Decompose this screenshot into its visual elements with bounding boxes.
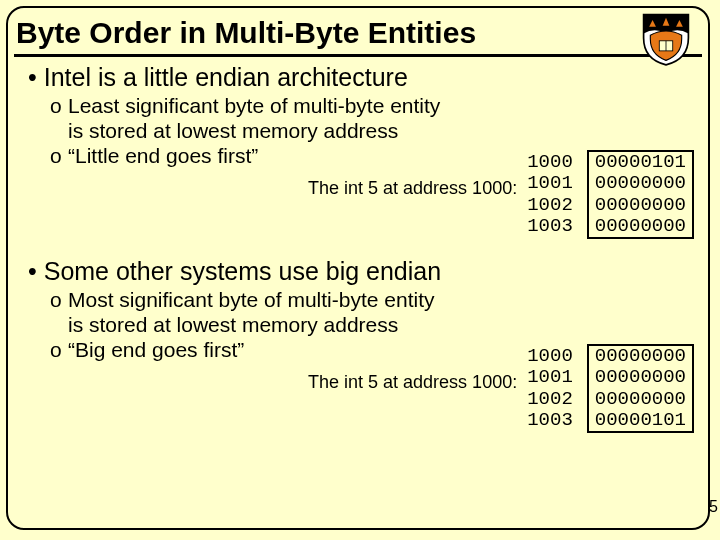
addr-cell: 1001 xyxy=(527,367,573,388)
slide-content: Byte Order in Multi-Byte Entities • Inte… xyxy=(10,10,706,526)
sub-bullet-2a-text: Most significant byte of multi-byte enti… xyxy=(68,288,435,311)
title-underline xyxy=(14,54,702,57)
byte-col-1: 00000101 00000000 00000000 00000000 xyxy=(587,150,694,239)
addr-cell: 1003 xyxy=(527,216,573,237)
sub-bullet-1a: oLeast significant byte of multi-byte en… xyxy=(50,94,527,119)
caption-2: The int 5 at address 1000: xyxy=(28,372,527,393)
byte-cell: 00000000 xyxy=(595,216,686,237)
addr-col-2: 1000 1001 1002 1003 xyxy=(527,344,573,431)
body: • Intel is a little endian architecture … xyxy=(10,63,706,433)
bullet-1: • Intel is a little endian architecture xyxy=(28,63,696,92)
section-2-row: oMost significant byte of multi-byte ent… xyxy=(28,288,696,433)
bullet-1-text: Intel is a little endian architecture xyxy=(44,63,408,91)
sub-bullet-2b: o“Big end goes first” xyxy=(50,338,527,363)
addr-cell: 1000 xyxy=(527,346,573,367)
section-2-left: oMost significant byte of multi-byte ent… xyxy=(28,288,527,393)
byte-cell: 00000101 xyxy=(595,152,686,173)
byte-cell: 00000000 xyxy=(595,389,686,410)
byte-cell: 00000000 xyxy=(595,173,686,194)
addr-cell: 1002 xyxy=(527,389,573,410)
byte-cell: 00000000 xyxy=(595,367,686,388)
section-1-row: oLeast significant byte of multi-byte en… xyxy=(28,94,696,239)
byte-cell: 00000000 xyxy=(595,346,686,367)
memory-table-1: 1000 1001 1002 1003 00000101 00000000 00… xyxy=(527,150,696,239)
sub-bullet-1b: o“Little end goes first” xyxy=(50,144,527,169)
bullet-2-text: Some other systems use big endian xyxy=(44,257,441,285)
sub-bullet-2a: oMost significant byte of multi-byte ent… xyxy=(50,288,527,313)
slide-title: Byte Order in Multi-Byte Entities xyxy=(10,10,706,54)
sub-bullet-1a-text: Least significant byte of multi-byte ent… xyxy=(68,94,440,117)
byte-cell: 00000101 xyxy=(595,410,686,431)
addr-cell: 1002 xyxy=(527,195,573,216)
caption-1: The int 5 at address 1000: xyxy=(28,178,527,199)
byte-cell: 00000000 xyxy=(595,195,686,216)
bullet-2: • Some other systems use big endian xyxy=(28,257,696,286)
sub-bullet-2b-text: “Big end goes first” xyxy=(68,338,244,361)
byte-col-2: 00000000 00000000 00000000 00000101 xyxy=(587,344,694,433)
page-number: 5 xyxy=(709,498,718,516)
addr-cell: 1001 xyxy=(527,173,573,194)
section-1-left: oLeast significant byte of multi-byte en… xyxy=(28,94,527,199)
sub-bullet-1b-text: “Little end goes first” xyxy=(68,144,258,167)
princeton-shield-icon xyxy=(638,10,694,66)
addr-col-1: 1000 1001 1002 1003 xyxy=(527,150,573,237)
memory-table-2: 1000 1001 1002 1003 00000000 00000000 00… xyxy=(527,344,696,433)
addr-cell: 1000 xyxy=(527,152,573,173)
sub-bullet-2a-cont: is stored at lowest memory address xyxy=(68,313,527,338)
addr-cell: 1003 xyxy=(527,410,573,431)
sub-bullet-1a-cont: is stored at lowest memory address xyxy=(68,119,527,144)
